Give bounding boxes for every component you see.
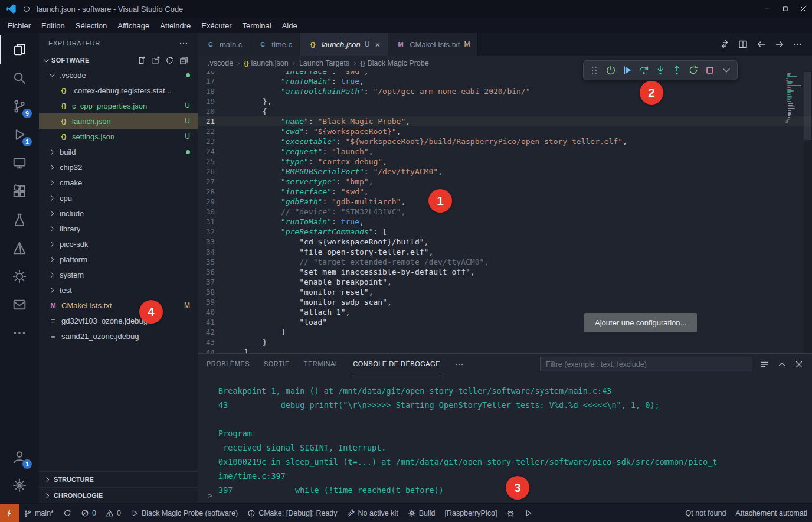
- cmake-build[interactable]: Build: [403, 504, 440, 522]
- more-actions-icon[interactable]: [179, 38, 188, 48]
- git-branch[interactable]: main*: [19, 504, 58, 522]
- close-button[interactable]: [794, 0, 812, 18]
- activity-run-and-debug[interactable]: 1: [0, 120, 39, 149]
- menu-s-lection[interactable]: Sélection: [70, 19, 112, 32]
- breadcrumb-black-magic-probe[interactable]: {}Black Magic Probe: [360, 59, 428, 67]
- tree-item-include[interactable]: include: [39, 205, 198, 221]
- activity-accounts[interactable]: 1: [0, 443, 39, 471]
- tab-cmakelists-txt[interactable]: MCMakeLists.txtM: [388, 33, 478, 56]
- debug-restart-button[interactable]: [686, 63, 700, 77]
- add-configuration-button[interactable]: Ajouter une configuration...: [584, 313, 697, 332]
- close-icon[interactable]: [794, 360, 804, 369]
- activity-settings[interactable]: [0, 471, 39, 500]
- close-icon[interactable]: ×: [375, 40, 380, 50]
- tree-item-cmake[interactable]: cmake: [39, 175, 198, 190]
- activity-testing[interactable]: [0, 205, 39, 234]
- auto-attach[interactable]: Attachement automati: [731, 504, 812, 522]
- menu-affichage[interactable]: Affichage: [112, 19, 155, 32]
- more-actions-icon[interactable]: [454, 360, 464, 369]
- section-chronologie[interactable]: CHRONOLOGIE: [39, 487, 198, 503]
- menu-edition[interactable]: Edition: [36, 19, 70, 32]
- menu-atteindre[interactable]: Atteindre: [155, 19, 196, 32]
- debug-stop-button[interactable]: [703, 63, 717, 77]
- tree-item-cmakelists-txt[interactable]: MCMakeLists.txtM: [39, 298, 198, 313]
- tree-item-launch-json[interactable]: {}launch.jsonU: [39, 113, 198, 129]
- tree-item-settings-json[interactable]: {}settings.jsonU: [39, 129, 198, 144]
- tree-item-c-cpp-properties-json[interactable]: {}c_cpp_properties.jsonU: [39, 98, 198, 113]
- console-prompt[interactable]: >: [208, 491, 212, 500]
- section-structure[interactable]: STRUCTURE: [39, 471, 198, 487]
- collapse-all-icon[interactable]: [179, 56, 188, 65]
- tree-item-cpu[interactable]: cpu: [39, 190, 198, 205]
- debug-target[interactable]: Black Magic Probe (software): [126, 504, 243, 522]
- navigate-back-icon[interactable]: [757, 40, 766, 49]
- errors[interactable]: 0: [76, 504, 101, 522]
- activity-extensions[interactable]: [0, 177, 39, 205]
- new-folder-icon[interactable]: [151, 56, 160, 65]
- debug-step-over-button[interactable]: [637, 63, 651, 77]
- menu-aide[interactable]: Aide: [277, 19, 303, 32]
- split-editor-icon[interactable]: [738, 40, 748, 49]
- breadcrumb-launch-json[interactable]: {}launch.json: [244, 59, 288, 67]
- new-file-icon[interactable]: [137, 56, 146, 65]
- tree-item-vscode[interactable]: .vscode: [39, 67, 198, 83]
- remote-indicator[interactable]: [0, 504, 19, 522]
- activity-explorer[interactable]: [0, 35, 39, 64]
- debug-continue-button[interactable]: [620, 63, 634, 77]
- activity-more-views[interactable]: [0, 319, 39, 347]
- debug-power-button[interactable]: [604, 63, 618, 77]
- tree-item-gd32vf103-ozone-jdebug[interactable]: ≡gd32vf103_ozone.jdebug: [39, 313, 198, 328]
- debug-more-button[interactable]: [719, 63, 734, 77]
- sync-changes[interactable]: [58, 504, 76, 522]
- tree-item-chip32[interactable]: chip32: [39, 159, 198, 175]
- activity-source-control[interactable]: 9: [0, 92, 39, 120]
- tree-item-samd21-ozone-jdebug[interactable]: ≡samd21_ozone.jdebug: [39, 328, 198, 344]
- menu-fichier[interactable]: Fichier: [2, 19, 36, 32]
- activity-remote-explorer[interactable]: [0, 149, 39, 177]
- scrollbar-thumb[interactable]: [804, 72, 811, 140]
- cmake-target[interactable]: [RaspberryPico]: [440, 504, 502, 522]
- panel-tab-sortie[interactable]: SORTIE: [264, 354, 290, 374]
- activity-mail[interactable]: [0, 291, 39, 319]
- tab-time-c[interactable]: Ctime.c: [250, 33, 300, 56]
- menu-terminal[interactable]: Terminal: [237, 19, 277, 32]
- activity-docker[interactable]: [0, 262, 39, 291]
- menu-ex-cuter[interactable]: Exécuter: [196, 19, 237, 32]
- cmake-debug[interactable]: [502, 504, 519, 522]
- debug-step-out-button[interactable]: [670, 63, 684, 77]
- filter-input[interactable]: [540, 357, 752, 371]
- tree-item-test[interactable]: test: [39, 282, 198, 298]
- tree-item-build[interactable]: build: [39, 144, 198, 159]
- open-changes-icon[interactable]: [720, 40, 729, 49]
- cmake-status[interactable]: CMake: [Debug]: Ready: [243, 504, 342, 522]
- refresh-icon[interactable]: [165, 56, 174, 65]
- tree-item-pico-sdk[interactable]: pico-sdk: [39, 236, 198, 252]
- qt-status[interactable]: Qt not found: [681, 504, 731, 522]
- minimap[interactable]: [785, 73, 803, 124]
- panel-tab-terminal[interactable]: TERMINAL: [304, 354, 339, 374]
- tab-main-c[interactable]: Cmain.c: [198, 33, 250, 56]
- more-actions-icon[interactable]: [793, 40, 803, 49]
- tree-item-platform[interactable]: platform: [39, 252, 198, 267]
- panel-tab-probl-mes[interactable]: PROBLÈMES: [207, 354, 250, 374]
- tab-launch-json[interactable]: {}launch.jsonU×: [300, 33, 388, 56]
- code-editor[interactable]: 16 "interface": "swd",17 "runToMain": tr…: [198, 71, 812, 353]
- scrollbar[interactable]: [804, 71, 812, 353]
- warnings[interactable]: 0: [101, 504, 126, 522]
- activity-cmake[interactable]: [0, 234, 39, 262]
- panel-tab-console-de-d-bogage[interactable]: CONSOLE DE DÉBOGAGE: [353, 354, 440, 374]
- chevron-up-icon[interactable]: [777, 360, 787, 369]
- navigate-forward-icon[interactable]: [775, 40, 784, 49]
- cmake-kit[interactable]: No active kit: [342, 504, 403, 522]
- activity-search[interactable]: [0, 64, 39, 92]
- cmake-launch[interactable]: [519, 504, 537, 522]
- breadcrumb-launch-targets[interactable]: Launch Targets: [299, 59, 349, 67]
- debug-step-into-button[interactable]: [653, 63, 667, 77]
- tree-item-cortex-debug-registers-stat[interactable]: {}.cortex-debug.registers.stat...: [39, 83, 198, 98]
- breadcrumb-vscode[interactable]: .vscode: [208, 59, 233, 67]
- minimize-button[interactable]: [759, 0, 777, 18]
- maximize-button[interactable]: [777, 0, 794, 18]
- workspace-section-header[interactable]: SOFTWARE: [39, 53, 198, 67]
- filter-icon[interactable]: [760, 360, 770, 369]
- tree-item-library[interactable]: library: [39, 221, 198, 236]
